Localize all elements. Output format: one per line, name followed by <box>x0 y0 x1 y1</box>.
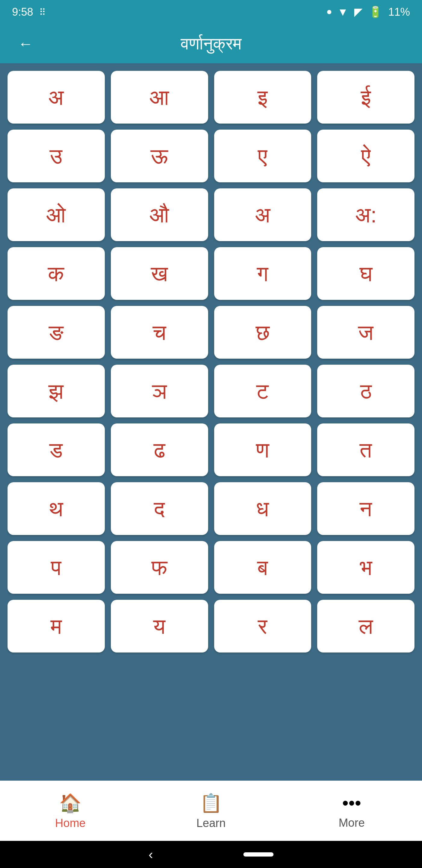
char-label: ग <box>257 263 268 284</box>
char-label: न <box>360 498 372 520</box>
char-button[interactable]: प <box>7 541 105 594</box>
characters-grid: अआइईउऊएऐओऔअअ:कखगघङचछजझञटठडढणतथदधनपफबभमयर… <box>7 71 415 652</box>
char-label: थ <box>49 498 63 520</box>
more-icon: ••• <box>342 793 361 813</box>
char-label: ऐ <box>361 145 370 167</box>
dots-icon: ⠿ <box>39 7 47 18</box>
char-label: ङ <box>49 321 64 343</box>
system-navigation: ‹ <box>0 841 422 868</box>
char-label: य <box>153 615 165 637</box>
nav-home[interactable]: 🏠 Home <box>0 792 141 830</box>
char-button[interactable]: क <box>7 247 105 300</box>
char-label: भ <box>360 557 372 578</box>
learn-label: Learn <box>196 817 226 830</box>
char-button[interactable]: भ <box>317 541 415 594</box>
back-arrow-icon: ← <box>18 35 33 52</box>
char-label: ओ <box>46 204 66 226</box>
char-button[interactable]: त <box>317 424 415 476</box>
char-label: अ <box>48 87 64 108</box>
char-label: अ: <box>355 204 377 226</box>
status-bar: 9:58 ⠿ ▼ ◤ 🔋 11% <box>0 0 422 24</box>
learn-icon: 📋 <box>200 792 222 814</box>
char-button[interactable]: ढ <box>111 424 208 476</box>
char-button[interactable]: य <box>111 600 208 652</box>
char-button[interactable]: ण <box>214 424 312 476</box>
char-label: ड <box>50 439 63 461</box>
status-right: ▼ ◤ 🔋 11% <box>327 6 410 19</box>
char-button[interactable]: ए <box>214 130 312 182</box>
char-button[interactable]: आ <box>111 71 208 124</box>
char-button[interactable]: अ <box>7 71 105 124</box>
sys-home-indicator[interactable] <box>244 852 273 857</box>
sys-back-icon[interactable]: ‹ <box>149 847 153 862</box>
char-button[interactable]: ग <box>214 247 312 300</box>
app-header: ← वर्णानुक्रम <box>0 24 422 63</box>
char-label: ल <box>359 615 373 637</box>
char-button[interactable]: ल <box>317 600 415 652</box>
signal-icon: ◤ <box>354 6 363 19</box>
char-button[interactable]: उ <box>7 130 105 182</box>
char-button[interactable]: म <box>7 600 105 652</box>
battery-percent: 11% <box>388 6 410 19</box>
home-icon: 🏠 <box>59 792 82 814</box>
home-label: Home <box>55 817 86 830</box>
battery-icon: 🔋 <box>369 6 382 19</box>
char-button[interactable]: ध <box>214 482 312 535</box>
char-label: क <box>48 263 64 284</box>
char-button[interactable]: ज <box>317 306 415 359</box>
char-label: उ <box>50 145 62 167</box>
char-button[interactable]: घ <box>317 247 415 300</box>
char-button[interactable]: ठ <box>317 365 415 417</box>
char-button[interactable]: ब <box>214 541 312 594</box>
char-label: ज <box>358 321 374 343</box>
char-label: च <box>153 321 166 343</box>
char-button[interactable]: ई <box>317 71 415 124</box>
char-button[interactable]: ओ <box>7 188 105 241</box>
char-label: ट <box>256 380 269 402</box>
char-label: छ <box>256 321 269 343</box>
char-label: इ <box>258 87 267 108</box>
char-label: र <box>258 615 267 637</box>
main-content: अआइईउऊएऐओऔअअ:कखगघङचछजझञटठडढणतथदधनपफबभमयर… <box>0 63 422 781</box>
char-label: द <box>154 498 165 520</box>
char-button[interactable]: र <box>214 600 312 652</box>
char-label: म <box>51 615 62 637</box>
char-label: ऊ <box>151 145 168 167</box>
nav-more[interactable]: ••• More <box>281 793 422 830</box>
nav-learn[interactable]: 📋 Learn <box>141 792 281 830</box>
char-label: आ <box>150 87 169 108</box>
char-label: घ <box>360 263 372 284</box>
char-button[interactable]: अ: <box>317 188 415 241</box>
dot-indicator <box>327 10 331 14</box>
char-label: ई <box>361 87 371 108</box>
char-button[interactable]: थ <box>7 482 105 535</box>
char-button[interactable]: ड <box>7 424 105 476</box>
char-button[interactable]: औ <box>111 188 208 241</box>
char-button[interactable]: छ <box>214 306 312 359</box>
back-button[interactable]: ← <box>15 32 36 56</box>
char-label: ए <box>258 145 267 167</box>
char-button[interactable]: ङ <box>7 306 105 359</box>
char-button[interactable]: ञ <box>111 365 208 417</box>
char-label: फ <box>152 557 167 578</box>
char-button[interactable]: झ <box>7 365 105 417</box>
char-label: झ <box>48 380 64 402</box>
char-button[interactable]: ख <box>111 247 208 300</box>
char-button[interactable]: च <box>111 306 208 359</box>
status-left: 9:58 ⠿ <box>12 6 47 19</box>
char-label: ख <box>151 263 168 284</box>
char-label: ञ <box>152 380 167 402</box>
time-display: 9:58 <box>12 6 33 19</box>
char-label: अ <box>255 204 270 226</box>
char-label: ढ <box>154 439 165 461</box>
char-button[interactable]: न <box>317 482 415 535</box>
char-button[interactable]: फ <box>111 541 208 594</box>
char-button[interactable]: ट <box>214 365 312 417</box>
char-button[interactable]: ऊ <box>111 130 208 182</box>
char-button[interactable]: ऐ <box>317 130 415 182</box>
char-button[interactable]: इ <box>214 71 312 124</box>
char-label: ब <box>257 557 268 578</box>
char-label: ण <box>256 439 269 461</box>
char-button[interactable]: द <box>111 482 208 535</box>
char-button[interactable]: अ <box>214 188 312 241</box>
